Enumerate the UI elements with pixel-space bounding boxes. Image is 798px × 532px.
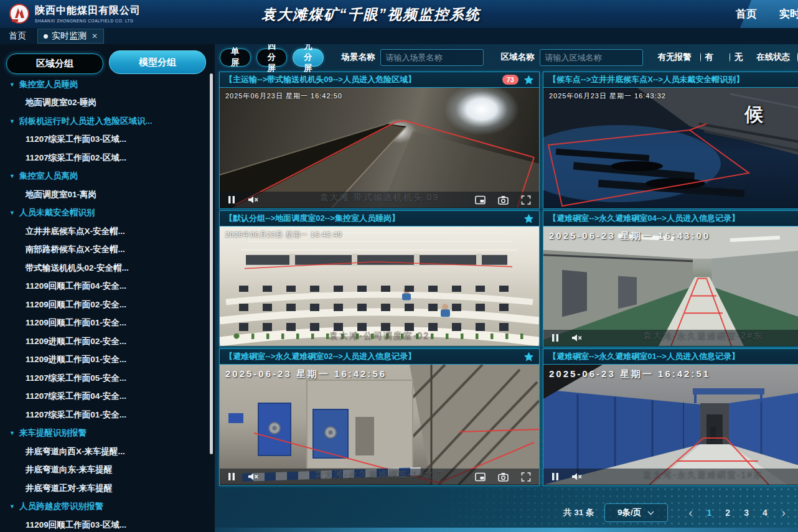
tree-item[interactable]: 11209进顺工作面01-安全... (0, 351, 207, 370)
alarm-no-label: 无 (735, 52, 743, 63)
video-feed[interactable]: 2025-06-23 星期一 16:43:00 袁大滩-永久避难硐室-2#东 (543, 226, 798, 346)
alarm-yes-radio[interactable] (700, 53, 701, 62)
tab-home[interactable]: 首页 (9, 30, 26, 42)
video-controls (543, 469, 798, 485)
page-number-4[interactable]: 4 (756, 508, 774, 518)
tree-item[interactable]: 11207综采工作面03-区域... (0, 131, 207, 149)
video-feed[interactable]: 2025年06月23日 星期一 16:42:50 袁大滩 带式输送机机头 09 (220, 88, 539, 208)
tree-group[interactable]: ▼集控室人员睡岗 (0, 75, 207, 94)
nav-item-monitor[interactable]: 实时监测 (779, 7, 798, 21)
model-group-button[interactable]: 模型分组 (109, 50, 206, 74)
tree-group[interactable]: ▼刮板机运行时人员进入危险区域识... (0, 112, 207, 131)
scene-name-input[interactable] (380, 49, 484, 66)
tab-strip: 首页 实时监测 ✕ (0, 28, 798, 45)
area-group-button[interactable]: 区域分组 (6, 54, 103, 74)
video-panel-header: 【避难硐室-->永久避难硐室02-->人员进入信息记录】 (220, 349, 539, 365)
collapse-arrow-icon: ▼ (9, 503, 19, 510)
tree-item[interactable]: 11209进顺工作面02-安全... (0, 332, 207, 351)
tree-item[interactable]: 11207综采工作面02-区域... (0, 149, 207, 167)
chevron-down-icon (647, 511, 654, 515)
tree-item[interactable]: 井底弯道向东-来车提醒 (0, 461, 207, 480)
video-panel-header: 【候车点-->立井井底候车点X-->人员未戴安全帽识别】 (543, 72, 798, 88)
star-icon[interactable] (523, 75, 534, 85)
video-feed[interactable]: 2025年06月23日 星期一 16:43:32 候 车 千眼监控 (543, 88, 798, 208)
star-icon[interactable] (523, 213, 534, 224)
video-timestamp: 2025-06-23 星期一 16:42:56 (225, 368, 387, 380)
fullscreen-icon[interactable] (521, 195, 531, 205)
video-panel: 【候车点-->立井井底候车点X-->人员未戴安全帽识别】 (543, 72, 798, 209)
alarm-yes-label: 有 (705, 52, 713, 63)
group-switch: 区域分组 模型分组 (6, 50, 206, 74)
tree-item[interactable]: 11207综采工作面05-安全... (0, 369, 207, 388)
video-feed[interactable]: 2025-06-23 星期一 16:42:56 袁大滩-永久避难硐室-1#北门 (220, 365, 539, 485)
tree-item[interactable]: 井底弯道正对-来车提醒 (0, 479, 207, 498)
page-number-1[interactable]: 1 (700, 508, 719, 518)
collapse-arrow-icon: ▼ (9, 118, 19, 124)
system-title: 袁大滩煤矿“千眼”视频监控系统 (261, 5, 481, 24)
next-page-icon[interactable]: › (774, 505, 793, 521)
video-frame-graphic (220, 365, 539, 485)
tree-item[interactable]: 地面调度室01-离岗 (0, 185, 207, 204)
mute-icon[interactable] (571, 334, 582, 342)
area-name-input[interactable] (540, 49, 643, 66)
tree-group[interactable]: ▼来车提醒识别报警 (0, 424, 207, 443)
tree-group-label: 刮板机运行时人员进入危险区域识... (19, 116, 153, 127)
video-panel: 【避难硐室-->永久避难硐室01-->人员进入信息记录】 (543, 348, 798, 486)
monitor-row (239, 304, 520, 311)
pause-icon[interactable] (228, 472, 235, 481)
nine-screen-button[interactable]: 九分屏 (293, 49, 324, 67)
video-feed[interactable]: 2025-06-23 星期一 16:42:51 袁大滩-永久避难硐室-1#东 (543, 365, 798, 485)
tree-group[interactable]: ▼集控室人员离岗 (0, 167, 207, 186)
tree-item[interactable]: 11209回顺工作面02-安全... (0, 296, 207, 314)
single-screen-button[interactable]: 单屏 (220, 49, 251, 67)
tree-item[interactable]: 立井井底候车点X-安全帽... (0, 222, 207, 241)
video-feed[interactable]: 2025年06月23日 星期一 16:42:49 袁大滩-公司调度室-02 (220, 226, 539, 346)
scene-sign-text: 候 车 (744, 102, 798, 128)
tree-item[interactable]: 地面调度室02-睡岗 (0, 94, 207, 113)
star-icon[interactable] (523, 352, 534, 362)
area-name-label: 区域名称 (501, 52, 535, 63)
prev-page-icon[interactable]: ‹ (682, 505, 700, 521)
snapshot-icon[interactable] (498, 472, 509, 482)
alarm-filter-label: 有无报警 (658, 52, 692, 63)
tree-item[interactable]: 11209回顺工作面03-区域... (0, 516, 207, 532)
page-size-select[interactable]: 9条/页 (604, 503, 668, 522)
sidebar-scrollbar[interactable] (210, 73, 213, 454)
pause-icon[interactable] (552, 472, 559, 481)
tree-item[interactable]: 11207综采工作面01-安全... (0, 406, 207, 424)
quad-screen-button[interactable]: 四分屏 (256, 49, 288, 67)
page-number-3[interactable]: 3 (737, 508, 756, 518)
pause-icon[interactable] (228, 195, 235, 204)
mute-icon[interactable] (248, 472, 258, 481)
mute-icon[interactable] (248, 195, 258, 204)
snapshot-icon[interactable] (498, 195, 509, 205)
video-frame-graphic (543, 365, 798, 485)
sidebar: 区域分组 模型分组 ▼集控室人员睡岗 地面调度室02-睡岗 ▼刮板机运行时人员进… (0, 44, 215, 532)
tree-item[interactable]: 11209回顺工作面04-安全... (0, 278, 207, 296)
tree-item[interactable]: 带式输送机机头02-安全帽... (0, 259, 207, 278)
tree-group[interactable]: ▼人员未戴安全帽识别 (0, 204, 207, 223)
fullscreen-icon[interactable] (521, 472, 531, 482)
video-timestamp: 2025年06月23日 星期一 16:42:49 (225, 230, 342, 240)
tree-group-label: 来车提醒识别报警 (19, 427, 87, 439)
alarm-no-radio[interactable] (730, 53, 730, 62)
tab-realtime-monitor[interactable]: 实时监测 ✕ (37, 29, 104, 44)
pause-icon[interactable] (552, 334, 559, 342)
tree-group-label: 人员跨越皮带识别报警 (19, 501, 103, 512)
pip-icon[interactable] (475, 195, 486, 205)
nav-item-home[interactable]: 首页 (736, 7, 757, 21)
page-number-2[interactable]: 2 (718, 508, 737, 518)
tree-item[interactable]: 11209回顺工作面01-安全... (0, 314, 207, 333)
tree-group-label: 集控室人员离岗 (19, 170, 78, 182)
pip-icon[interactable] (475, 472, 486, 482)
video-panel: 【默认分组-->地面调度室02-->集控室人员睡岗】 (219, 210, 540, 347)
tree-item[interactable]: 井底弯道向西X-来车提醒... (0, 442, 207, 461)
mute-icon[interactable] (571, 472, 582, 481)
tree-group[interactable]: ▼人员跨越皮带识别报警 (0, 498, 207, 516)
tree-item[interactable]: 11207综采工作面04-安全... (0, 388, 207, 406)
video-title: 【候车点-->立井井底候车点X-->人员未戴安全帽识别】 (548, 74, 798, 85)
video-panel: 【避难硐室-->永久避难硐室02-->人员进入信息记录】 (219, 348, 540, 486)
tree-item[interactable]: 南部路桥候车点X-安全帽... (0, 241, 207, 259)
close-icon[interactable]: ✕ (92, 32, 98, 40)
collapse-arrow-icon: ▼ (9, 173, 19, 179)
